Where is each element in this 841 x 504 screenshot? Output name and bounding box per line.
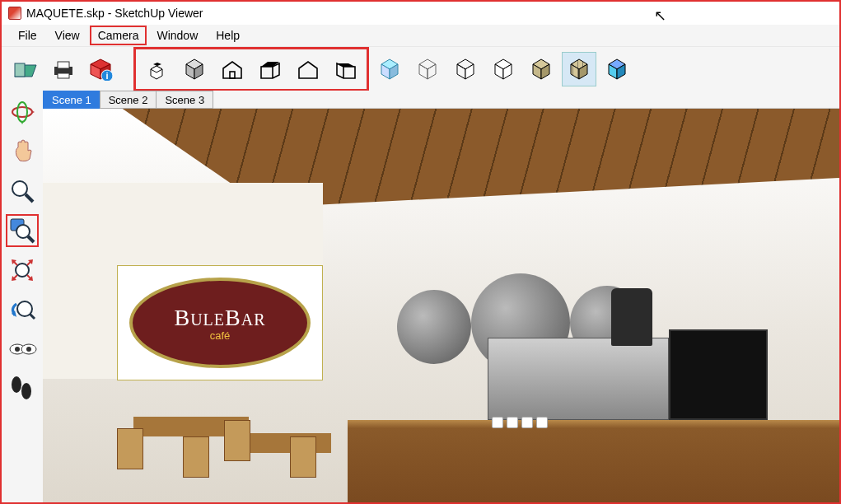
orbit-button[interactable]	[6, 96, 39, 128]
window-title: MAQUETE.skp - SketchUp Viewer	[26, 7, 203, 20]
scene-chair	[183, 436, 209, 478]
scene-logo-oval: BuleBar café	[129, 278, 311, 368]
main-toolbar: i	[2, 46, 839, 91]
xray-style-button[interactable]	[372, 52, 407, 86]
svg-marker-33	[465, 64, 474, 79]
svg-point-70	[15, 347, 20, 352]
svg-point-55	[16, 225, 30, 238]
svg-rect-3	[58, 62, 69, 68]
monochrome-style-button[interactable]	[600, 52, 634, 86]
svg-marker-12	[153, 63, 161, 66]
svg-marker-21	[299, 62, 317, 78]
scene-tab-2[interactable]: Scene 2	[100, 91, 157, 109]
open-file-button[interactable]	[8, 52, 43, 86]
svg-line-56	[28, 236, 34, 242]
title-bar: MAQUETE.skp - SketchUp Viewer	[2, 2, 839, 25]
zoom-window-button[interactable]	[6, 214, 39, 247]
svg-marker-28	[419, 59, 436, 69]
scene-chair	[224, 420, 250, 461]
menu-camera[interactable]: Camera	[90, 26, 147, 45]
model-info-button[interactable]: i	[84, 52, 119, 86]
svg-point-73	[12, 376, 21, 393]
svg-point-74	[21, 383, 31, 399]
scene-tabs: Scene 1 Scene 2 Scene 3	[43, 91, 839, 109]
menu-file[interactable]: File	[10, 26, 45, 45]
menu-bar: File View Camera Window Help	[2, 25, 839, 46]
shaded-no-texture-button[interactable]	[524, 52, 558, 86]
scene-espresso-machine	[488, 338, 669, 420]
svg-marker-16	[223, 62, 241, 78]
svg-marker-51	[21, 121, 24, 124]
workspace: Scene 1 Scene 2 Scene 3 BuleBar café	[2, 91, 839, 502]
front-view-button[interactable]	[215, 52, 250, 86]
right-view-button[interactable]	[253, 52, 287, 86]
svg-text:i: i	[105, 71, 108, 81]
cursor-icon: ↖	[654, 7, 666, 25]
svg-rect-4	[58, 73, 69, 78]
iso-view-button[interactable]	[139, 52, 174, 86]
toolbar-separator	[125, 54, 127, 84]
svg-marker-50	[31, 110, 35, 114]
app-icon	[8, 7, 21, 20]
views-toolbar-group	[133, 47, 369, 91]
scene-pendant-lamp	[397, 290, 471, 364]
svg-point-72	[26, 347, 31, 352]
back-view-button[interactable]	[291, 52, 325, 86]
viewport-3d[interactable]: BuleBar café	[43, 109, 839, 502]
svg-marker-29	[419, 64, 428, 79]
zoom-extents-button[interactable]	[6, 254, 39, 287]
wireframe-style-button[interactable]	[410, 52, 445, 86]
scene-tab-3[interactable]: Scene 3	[156, 91, 213, 109]
svg-point-48	[12, 107, 32, 117]
svg-rect-1	[15, 63, 25, 77]
svg-point-57	[16, 264, 29, 277]
scene-chair	[117, 428, 143, 469]
menu-view[interactable]: View	[47, 26, 88, 45]
scene-counter	[348, 420, 839, 502]
hidden-line-style-button[interactable]	[448, 52, 483, 86]
scene-dining-area	[76, 379, 372, 502]
look-around-button[interactable]	[6, 333, 39, 366]
scene-cups	[492, 417, 548, 428]
zoom-button[interactable]	[6, 175, 39, 208]
scene-tab-1[interactable]: Scene 1	[43, 91, 100, 109]
pan-button[interactable]	[6, 135, 39, 168]
scene-logo-poster: BuleBar café	[117, 265, 323, 380]
scene-pos-screen	[669, 329, 768, 420]
menu-help[interactable]: Help	[208, 26, 248, 45]
print-button[interactable]	[46, 52, 81, 86]
scene-logo-sub: café	[210, 329, 231, 342]
scene-chair	[290, 436, 316, 478]
svg-point-49	[17, 102, 27, 122]
svg-line-67	[30, 314, 35, 319]
scene-grinder	[611, 288, 652, 346]
side-toolbar	[2, 91, 43, 502]
shaded-with-textures-button[interactable]	[562, 52, 596, 86]
shaded-style-button[interactable]	[486, 52, 521, 86]
main-area: Scene 1 Scene 2 Scene 3 BuleBar café	[43, 91, 839, 502]
svg-point-52	[12, 181, 27, 196]
previous-view-button[interactable]	[6, 293, 39, 326]
menu-window[interactable]: Window	[148, 26, 206, 45]
top-view-button[interactable]	[177, 52, 212, 86]
left-view-button[interactable]	[329, 52, 363, 86]
svg-marker-30	[428, 64, 436, 79]
walk-button[interactable]	[6, 372, 39, 405]
scene-logo-brand: BuleBar	[174, 305, 265, 331]
svg-line-53	[26, 194, 33, 202]
svg-marker-32	[457, 64, 465, 79]
svg-rect-17	[230, 72, 235, 78]
